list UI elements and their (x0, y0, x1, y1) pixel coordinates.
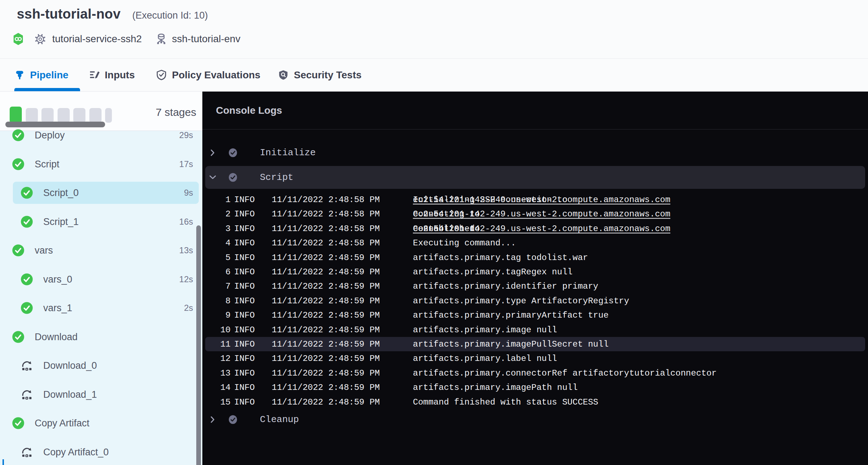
log-line-number: 2 (207, 209, 231, 219)
stage-label: Download_1 (43, 389, 97, 400)
chevron-down-icon-wrap[interactable] (208, 173, 217, 182)
log-section-initialize[interactable]: Initialize (202, 141, 868, 164)
stage-success-icon (21, 302, 33, 314)
stage-progress-segment (41, 108, 54, 123)
stage-progress-segment (89, 108, 102, 123)
log-line-10: 10INFO11/11/2022 2:48:59 PMartifacts.pri… (202, 323, 868, 337)
stage-row-download_1[interactable]: Download_1 (0, 383, 202, 406)
success-check-icon (12, 331, 24, 343)
stage-label: vars_1 (43, 303, 72, 314)
log-timestamp: 11/11/2022 2:48:59 PM (272, 339, 380, 349)
sidebar-vertical-scrollbar[interactable] (196, 225, 201, 465)
log-line-9: 9INFO11/11/2022 2:48:59 PMartifacts.prim… (202, 308, 868, 322)
security-tests-icon (278, 69, 289, 80)
log-section-background (205, 166, 865, 189)
execution-header: ssh-tutorial-nov (Execution Id: 10) tuto… (0, 0, 868, 59)
log-section-cleanup[interactable]: Cleanup (202, 408, 868, 431)
log-host-link[interactable]: ec2-54-201-142-249.us-west-2.compute.ama… (413, 195, 670, 205)
stage-row-download[interactable]: Download (0, 326, 202, 348)
environment-name-link[interactable]: ssh-tutorial-env (172, 31, 240, 46)
log-section-script[interactable]: Script (202, 166, 868, 189)
log-line-number: 1 (207, 195, 231, 205)
chevron-right-icon (208, 415, 217, 424)
stage-step-icon (21, 359, 33, 372)
stage-row-background (13, 383, 199, 406)
stage-progress-segment (10, 107, 22, 123)
stage-step-list: Deploy29s Script17s Script_09s Script_11… (0, 131, 202, 465)
stage-row-copy-artifact_0[interactable]: Copy Artifact_0 (0, 441, 202, 463)
stage-row-vars_0[interactable]: vars_012s (0, 268, 202, 290)
success-check-icon (21, 187, 33, 199)
stage-duration: 29s (179, 130, 193, 140)
log-level: INFO (234, 397, 255, 407)
log-timestamp: 11/11/2022 2:48:59 PM (272, 296, 380, 305)
stage-progress-segment (105, 108, 112, 123)
success-check-icon (12, 158, 24, 170)
log-message-suffix: .... (413, 209, 439, 219)
stage-row-copy-artifact[interactable]: Copy Artifact (0, 412, 202, 434)
stage-step-icon (21, 388, 33, 401)
stage-success-icon (12, 417, 24, 429)
log-line-5: 5INFO11/11/2022 2:48:59 PMartifacts.prim… (202, 250, 868, 265)
log-section-name: Script (260, 172, 294, 183)
tab-security-tests[interactable]: Security Tests (278, 59, 361, 91)
log-level: INFO (234, 267, 255, 277)
console-logs-header: Console Logs (202, 92, 868, 129)
execution-tabbar: Pipeline Inputs Policy Evaluations Secur… (0, 59, 868, 92)
stage-row-vars[interactable]: vars13s (0, 239, 202, 261)
chevron-right-icon-wrap[interactable] (208, 148, 217, 157)
success-check-icon (12, 244, 24, 256)
log-line-8: 8INFO11/11/2022 2:48:59 PMartifacts.prim… (202, 294, 868, 308)
log-level: INFO (234, 238, 255, 248)
log-message-suffix: established (413, 224, 475, 233)
service-name-link[interactable]: tutorial-service-ssh2 (52, 31, 142, 46)
log-line-2: 2INFO11/11/2022 2:48:58 PMConnecting to … (202, 207, 868, 221)
log-level: INFO (234, 195, 255, 205)
environment-icon (155, 33, 167, 45)
stage-duration: 17s (179, 159, 193, 169)
stage-label: Script_1 (43, 216, 79, 227)
stage-progress-segment (73, 108, 85, 123)
stage-success-icon (12, 244, 24, 256)
log-message-prefix: artifacts.primary.type ArtifactoryRegist… (413, 296, 629, 305)
log-line-number: 12 (207, 354, 231, 363)
log-message-prefix: artifacts.primary.identifier primary (413, 282, 598, 291)
stage-row-background (13, 297, 199, 319)
inputs-icon (89, 69, 100, 80)
log-line-number: 9 (207, 310, 231, 320)
success-check-icon (12, 417, 24, 429)
stage-row-download_0[interactable]: Download_0 (0, 354, 202, 377)
stages-sidebar: 7 stages Deploy29s Script17s Script_09s … (0, 92, 202, 465)
stage-row-vars_1[interactable]: vars_12s (0, 297, 202, 319)
log-timestamp: 11/11/2022 2:48:58 PM (272, 209, 380, 219)
console-logs-body: Initialize Script1INFO11/11/2022 2:48:58… (202, 129, 868, 465)
gear-icon-wrap (34, 31, 46, 46)
log-line-number: 14 (207, 383, 231, 392)
tab-policy-evaluations[interactable]: Policy Evaluations (156, 59, 260, 91)
stage-row-deploy[interactable]: Deploy29s (0, 124, 202, 146)
environment-icon-wrap (155, 31, 167, 46)
console-logs-panel: Console Logs Initialize Script1INFO11/11… (202, 92, 868, 465)
stage-label: Download_0 (43, 360, 97, 371)
log-timestamp: 11/11/2022 2:48:59 PM (272, 253, 380, 262)
log-timestamp: 11/11/2022 2:48:59 PM (272, 282, 380, 291)
log-timestamp: 11/11/2022 2:48:59 PM (272, 368, 380, 378)
stage-row-script[interactable]: Script17s (0, 153, 202, 175)
section-status-icon-wrap (228, 173, 238, 182)
stage-label: vars (35, 245, 53, 256)
stage-success-icon (21, 273, 33, 285)
chevron-right-icon-wrap[interactable] (208, 415, 217, 424)
stage-row-script_1[interactable]: Script_116s (0, 211, 202, 233)
tab-pipeline[interactable]: Pipeline (14, 59, 68, 91)
tab-inputs[interactable]: Inputs (89, 59, 135, 91)
log-line-number: 13 (207, 368, 231, 378)
log-level: INFO (234, 296, 255, 305)
log-level: INFO (234, 253, 255, 262)
stage-row-script_0[interactable]: Script_09s (0, 182, 202, 204)
log-message-prefix: artifacts.primary.label null (413, 354, 557, 363)
stage-duration: 16s (179, 217, 193, 227)
log-line-15: 15INFO11/11/2022 2:48:59 PMCommand finis… (202, 395, 868, 409)
log-line-number: 7 (207, 282, 231, 291)
log-host-link[interactable]: ec2-54-201-142-249.us-west-2.compute.ama… (413, 209, 670, 219)
pipeline-title: ssh-tutorial-nov (17, 6, 120, 22)
